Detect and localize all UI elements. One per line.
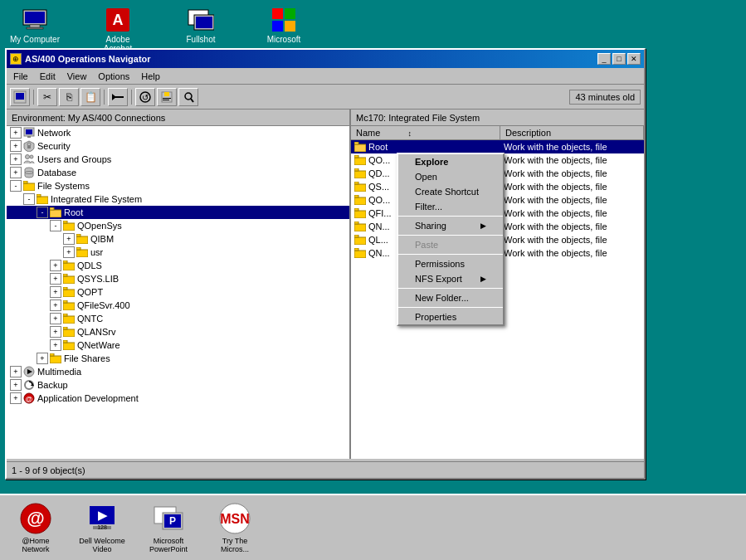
svg-rect-79 [354,168,358,171]
menu-edit[interactable]: Edit [35,71,61,82]
tree-item-qntc[interactable]: + QNTC [7,312,349,325]
ifs-icon [37,193,48,205]
col-name-header[interactable]: Name ↕ [351,126,500,139]
tree-item-qibm[interactable]: + QIBM [7,232,349,246]
tree-item-qopensys[interactable]: - QOpenSys [7,219,349,232]
backup-icon [23,379,35,391]
tree-item-qfilesvr[interactable]: + QFileSvr.400 [7,299,349,312]
tree-item-backup[interactable]: + Backup [7,378,349,392]
expander-multimedia[interactable]: + [10,366,22,377]
taskbar-icon-home[interactable]: @ @HomeNetwork [7,502,65,553]
ctx-item-create-shortcut[interactable]: Create Shortcut [398,184,503,199]
tree-item-qdls[interactable]: + QDLS [7,259,349,272]
tree-item-ifs[interactable]: - Integrated File System [7,192,349,206]
minimize-button[interactable]: _ [597,53,611,65]
tree-label-security: Security [37,141,71,151]
tree-item-qlansrv[interactable]: + QLANSrv [7,325,349,338]
tree-item-security[interactable]: + Security [7,139,349,153]
dell-label: Dell WelcomeVideo [79,537,124,553]
title-bar-left: ⊕ AS/400 Operations Navigator [10,53,151,65]
ctx-item-new-folder[interactable]: New Folder... [398,290,503,305]
svg-rect-12 [285,21,295,32]
file-row-root[interactable]: Root Work with the objects, file [351,140,644,153]
desktop-icon-my-computer[interactable]: My Computer [10,7,60,53]
expander-qlansrv[interactable]: + [50,326,61,338]
tree-label-filesystems: File Systems [37,181,90,191]
tree-item-database[interactable]: + Database [7,166,349,179]
desktop-icon-fullshot[interactable]: Fullshot [176,7,226,53]
ctx-sep-4 [398,288,503,289]
close-button[interactable]: ✕ [627,53,641,65]
tree-item-multimedia[interactable]: + Multimedia [7,365,349,378]
menu-options[interactable]: Options [93,71,134,82]
ctx-item-sharing[interactable]: Sharing ▶ [398,218,503,233]
taskbar-icon-dell[interactable]: ▶ 128 Dell WelcomeVideo [73,502,131,553]
expander-root[interactable]: - [37,207,48,218]
expander-qntc[interactable]: + [50,313,61,324]
toolbar-btn-2[interactable]: ✂ [37,88,57,106]
expander-appdev[interactable]: + [10,392,22,404]
ctx-item-permissions[interactable]: Permissions [398,256,503,271]
expander-qopensys[interactable]: - [50,220,61,231]
toolbar-btn-8[interactable] [178,88,198,106]
toolbar-btn-6[interactable]: ↺ [135,88,155,106]
tree-area[interactable]: + Network + Security [7,126,349,459]
ctx-item-open[interactable]: Open [398,169,503,184]
svg-rect-65 [63,340,67,343]
taskbar-icon-msn[interactable]: MSN Try TheMicros... [206,502,264,553]
ctx-item-properties[interactable]: Properties [398,309,503,324]
expander-security[interactable]: + [10,140,22,152]
expander-qnetware[interactable]: + [50,339,61,351]
taskbar-icon-powerpoint[interactable]: P MicrosoftPowerPoint [139,502,197,553]
svg-rect-88 [354,237,366,245]
expander-ifs[interactable]: - [23,193,35,205]
ctx-item-filter[interactable]: Filter... [398,199,503,214]
expander-backup[interactable]: + [10,379,22,391]
qlansrv-icon [63,326,75,338]
ctx-item-paste[interactable]: Paste [398,237,503,252]
file-list: Root Work with the objects, file QO... W… [351,140,644,459]
expander-network[interactable]: + [10,127,22,139]
tree-label-qlansrv: QLANSrv [77,327,115,337]
tree-item-usr[interactable]: + usr [7,246,349,259]
toolbar-btn-7[interactable] [157,88,177,106]
expander-fileshares[interactable]: + [37,353,48,364]
tree-item-fileshares[interactable]: + File Shares [7,352,349,365]
expander-qopt[interactable]: + [50,286,61,298]
toolbar-btn-5[interactable] [108,88,128,106]
svg-rect-8 [196,17,212,28]
expander-qdls[interactable]: + [50,260,61,271]
tree-item-root[interactable]: - Root [7,206,349,219]
col-desc-header[interactable]: Description [500,126,644,139]
toolbar-btn-3[interactable]: ⎘ [59,88,79,106]
expander-qfilesvr[interactable]: + [50,299,61,311]
menu-help[interactable]: Help [136,71,165,82]
tree-item-appdev[interactable]: + @ Application Development [7,392,349,405]
maximize-button[interactable]: □ [612,53,626,65]
svg-rect-46 [63,223,75,231]
expander-qibm[interactable]: + [63,233,75,245]
expander-usr[interactable]: + [63,246,75,258]
ctx-item-nfs-export[interactable]: NFS Export ▶ [398,271,503,286]
menu-file[interactable]: File [8,71,33,82]
tree-item-qnetware[interactable]: + QNetWare [7,338,349,352]
qdls-icon [63,260,75,271]
toolbar-btn-4[interactable]: 📋 [80,88,100,106]
toolbar-btn-1[interactable] [10,88,30,106]
toolbar-sep-3 [131,90,132,105]
menu-view[interactable]: View [62,71,92,82]
desktop-icon-microsoft[interactable]: Microsoft [259,7,309,53]
expander-users[interactable]: + [10,153,22,165]
expander-qsyslib[interactable]: + [50,273,61,285]
tree-item-filesystems[interactable]: - File Systems [7,179,349,192]
tree-item-network[interactable]: + Network [7,126,349,139]
tree-item-users[interactable]: + Users and Groups [7,153,349,166]
nfs-arrow-icon: ▶ [480,275,486,283]
expander-database[interactable]: + [10,167,22,178]
tree-item-qopt[interactable]: + QOPT [7,285,349,299]
desktop-icon-adobe[interactable]: A Adobe Acrobat [93,7,143,53]
expander-filesystems[interactable]: - [10,180,22,192]
tree-item-qsyslib[interactable]: + QSYS.LIB [7,272,349,285]
ctx-item-explore[interactable]: Explore [398,154,503,169]
svg-rect-11 [272,21,283,32]
